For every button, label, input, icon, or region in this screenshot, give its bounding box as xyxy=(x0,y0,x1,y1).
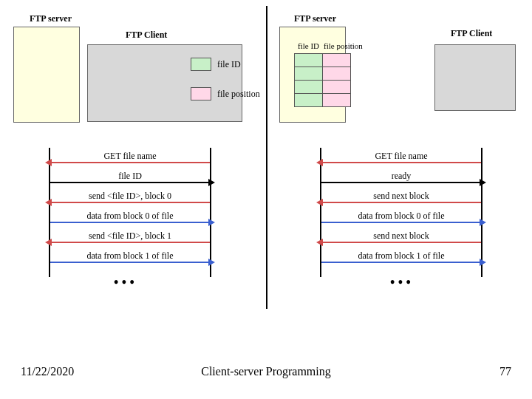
seq-message-text: send next block xyxy=(321,231,481,242)
arrow-line xyxy=(50,222,210,223)
seq-message: data from block 0 of file xyxy=(50,211,210,229)
left-fileid-label: file ID xyxy=(217,59,241,70)
right-client-box xyxy=(434,44,516,111)
seq-message: data from block 1 of file xyxy=(50,251,210,269)
arrow-line xyxy=(50,182,210,183)
seq-message-text: GET file name xyxy=(321,151,481,162)
center-divider xyxy=(266,6,267,309)
arrow-line xyxy=(321,262,481,263)
arrow-line xyxy=(321,162,481,163)
arrow-line xyxy=(321,202,481,203)
seq-message-text: data from block 0 of file xyxy=(50,211,210,222)
left-filepos-label: file position xyxy=(217,89,260,100)
arrow-line xyxy=(50,262,210,263)
left-server-box xyxy=(13,27,80,123)
right-seq-right-lifeline xyxy=(481,148,482,277)
seq-message: send next block xyxy=(321,191,481,209)
seq-message: ready xyxy=(321,171,481,189)
seq-message-text: GET file name xyxy=(50,151,210,162)
seq-message: data from block 0 of file xyxy=(321,211,481,229)
seq-message-text: data from block 1 of file xyxy=(321,250,481,262)
right-col1-label: file ID xyxy=(298,41,319,50)
left-seq-right-lifeline xyxy=(210,148,211,277)
footer-title: Client-server Programming xyxy=(0,365,532,378)
arrow-line xyxy=(50,162,210,163)
seq-message: file ID xyxy=(50,171,210,189)
right-col2-label: file position xyxy=(324,41,363,50)
left-filepos-box xyxy=(191,87,211,100)
seq-message: send <file ID>, block 0 xyxy=(50,191,210,209)
seq-message: send next block xyxy=(321,231,481,249)
arrow-line xyxy=(321,222,481,223)
slide: FTP server FTP Client file ID file posit… xyxy=(0,0,532,399)
seq-message: data from block 1 of file xyxy=(321,251,481,269)
arrow-line xyxy=(321,242,481,243)
seq-message: GET file name xyxy=(50,151,210,169)
left-client-label: FTP Client xyxy=(126,30,167,41)
arrow-line xyxy=(50,242,210,243)
left-client-box xyxy=(87,44,242,122)
seq-message-text: ready xyxy=(321,171,481,182)
arrow-line xyxy=(321,182,481,183)
seq-message-text: send <file ID>, block 1 xyxy=(50,231,210,242)
seq-message: send <file ID>, block 1 xyxy=(50,231,210,249)
right-client-label: FTP Client xyxy=(451,28,492,39)
seq-message-text: send next block xyxy=(321,191,481,202)
seq-message: GET file name xyxy=(321,151,481,169)
seq-message-text: file ID xyxy=(50,171,210,182)
left-fileid-box xyxy=(191,58,211,71)
seq-message-text: send <file ID>, block 0 xyxy=(50,191,210,202)
left-ellipsis: • • • xyxy=(114,275,134,290)
right-ellipsis: • • • xyxy=(390,275,411,290)
seq-message-text: data from block 1 of file xyxy=(50,250,210,262)
footer-page: 77 xyxy=(499,365,511,378)
right-state-table xyxy=(294,53,351,107)
left-server-label: FTP server xyxy=(30,13,72,24)
arrow-line xyxy=(50,202,210,203)
right-server-label: FTP server xyxy=(294,13,336,24)
seq-message-text: data from block 0 of file xyxy=(321,211,481,222)
